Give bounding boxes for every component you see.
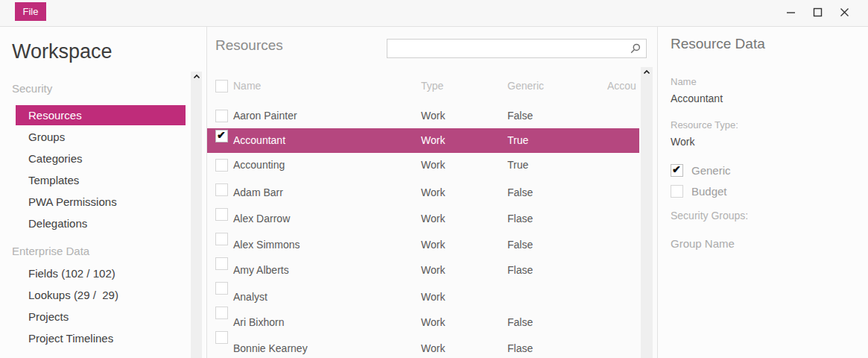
maximize-icon bbox=[813, 7, 823, 20]
cell-generic: True bbox=[507, 128, 528, 153]
budget-checkbox-field: Budget bbox=[671, 185, 727, 198]
minimize-icon bbox=[786, 7, 796, 20]
maximize-button[interactable] bbox=[807, 4, 828, 23]
cell-generic: False bbox=[507, 104, 533, 128]
cell-name: Bonnie Kearney bbox=[233, 336, 308, 358]
scroll-up-icon[interactable] bbox=[191, 74, 202, 79]
resources-panel: Resources Name Type Generic Accou Aaron … bbox=[207, 27, 658, 358]
table-row[interactable]: AccountantWorkTrue bbox=[207, 128, 639, 153]
sidebar-item-projects[interactable]: Projects bbox=[0, 306, 206, 327]
resource-type-label: Resource Type: bbox=[671, 119, 738, 131]
window-controls bbox=[780, 0, 855, 27]
sidebar-item-resources[interactable]: Resources bbox=[16, 105, 186, 125]
budget-checkbox[interactable] bbox=[671, 185, 683, 198]
sidebar-section-security: Security bbox=[0, 80, 206, 98]
row-checkbox[interactable] bbox=[215, 257, 228, 270]
budget-checkbox-label: Budget bbox=[691, 185, 727, 198]
sidebar-item-fields-102-102[interactable]: Fields (102 / 102) bbox=[0, 263, 206, 284]
table-row[interactable]: Aaron PainterWorkFalse bbox=[207, 104, 639, 128]
cell-type: Work bbox=[421, 128, 445, 153]
minimize-button[interactable] bbox=[780, 4, 801, 23]
table-row[interactable]: Alex SimmonsWorkFalse bbox=[207, 227, 639, 251]
name-label: Name bbox=[671, 76, 697, 87]
close-button[interactable] bbox=[834, 4, 855, 23]
column-header-type[interactable]: Type bbox=[421, 74, 443, 98]
search-icon[interactable] bbox=[630, 43, 641, 57]
table-row[interactable]: Amy AlbertsWorkFlase bbox=[207, 251, 639, 276]
column-header-account[interactable]: Accou bbox=[607, 74, 636, 98]
row-checkbox[interactable] bbox=[215, 282, 228, 295]
sidebar-item-pwa-permissions[interactable]: PWA Permissions bbox=[0, 191, 206, 213]
row-checkbox[interactable] bbox=[215, 208, 228, 221]
table-scrollbar[interactable] bbox=[641, 67, 653, 358]
row-checkbox[interactable] bbox=[215, 159, 228, 172]
search-box bbox=[387, 39, 647, 58]
column-header-name[interactable]: Name bbox=[233, 74, 261, 98]
table-header: Name Type Generic Accou bbox=[207, 74, 639, 98]
search-input[interactable] bbox=[392, 40, 623, 57]
close-icon bbox=[840, 7, 849, 20]
generic-checkbox[interactable] bbox=[671, 164, 683, 177]
row-checkbox[interactable] bbox=[215, 331, 228, 344]
table-row[interactable]: Ari BixhornWorkFalse bbox=[207, 301, 639, 325]
select-all-checkbox[interactable] bbox=[215, 80, 228, 92]
generic-checkbox-label: Generic bbox=[691, 164, 731, 177]
cell-type: Work bbox=[421, 104, 445, 128]
title-bar: File bbox=[0, 0, 868, 27]
sidebar-item-categories[interactable]: Categories bbox=[0, 148, 206, 169]
sidebar-item-delegations[interactable]: Delegations bbox=[0, 213, 206, 234]
file-menu-button[interactable]: File bbox=[15, 2, 46, 21]
cell-generic: True bbox=[507, 153, 528, 178]
table-row[interactable]: AnalystWork bbox=[207, 276, 639, 301]
group-name-item: Group Name bbox=[671, 237, 735, 250]
sidebar-scrollbar[interactable] bbox=[191, 72, 202, 358]
table-row[interactable]: Adam BarrWorkFalse bbox=[207, 178, 639, 202]
table-row[interactable]: AccountingWorkTrue bbox=[207, 153, 639, 178]
cell-name: Aaron Painter bbox=[233, 104, 297, 128]
cell-type: Work bbox=[421, 153, 445, 178]
sidebar-title: Workspace bbox=[12, 39, 206, 64]
row-checkbox[interactable] bbox=[215, 233, 228, 245]
row-checkbox[interactable] bbox=[215, 307, 228, 319]
sidebar-item-lookups-29-29[interactable]: Lookups (29 / 29) bbox=[0, 284, 206, 306]
sidebar-section-enterprise-data: Enterprise Data bbox=[0, 242, 206, 260]
name-value: Accountant bbox=[671, 92, 723, 104]
resource-type-value: Work bbox=[671, 136, 694, 148]
resources-panel-title: Resources bbox=[215, 37, 283, 54]
detail-panel-title: Resource Data bbox=[671, 36, 765, 52]
table-row[interactable]: Alex DarrowWorkFlase bbox=[207, 202, 639, 227]
generic-checkbox-field: Generic bbox=[671, 164, 731, 177]
cell-name: Accountant bbox=[233, 128, 285, 153]
cell-generic: Flase bbox=[507, 336, 533, 358]
sidebar-item-project-timelines[interactable]: Project Timelines bbox=[0, 327, 206, 349]
sidebar-section-items: ResourcesGroupsCategoriesTemplatesPWA Pe… bbox=[0, 105, 206, 234]
resource-data-panel: Resource Data Name Accountant Resource T… bbox=[659, 27, 868, 358]
cell-name: Accounting bbox=[233, 153, 285, 178]
cell-type: Work bbox=[421, 336, 445, 358]
sidebar-section-items: Fields (102 / 102)Lookups (29 / 29)Proje… bbox=[0, 263, 206, 349]
scroll-up-icon[interactable] bbox=[641, 69, 653, 75]
resources-table: Aaron PainterWorkFalseAccountantWorkTrue… bbox=[207, 104, 639, 350]
row-checkbox[interactable] bbox=[215, 183, 228, 196]
column-header-generic[interactable]: Generic bbox=[507, 74, 544, 98]
table-row[interactable]: Bonnie KearneyWorkFlase bbox=[207, 325, 639, 350]
row-checkbox[interactable] bbox=[215, 110, 228, 122]
security-groups-label: Security Groups: bbox=[671, 210, 748, 222]
row-checkbox[interactable] bbox=[215, 130, 228, 142]
workspace-sidebar: Workspace SecurityResourcesGroupsCategor… bbox=[0, 27, 207, 358]
sidebar-item-groups[interactable]: Groups bbox=[0, 126, 206, 148]
sidebar-item-templates[interactable]: Templates bbox=[0, 169, 206, 191]
